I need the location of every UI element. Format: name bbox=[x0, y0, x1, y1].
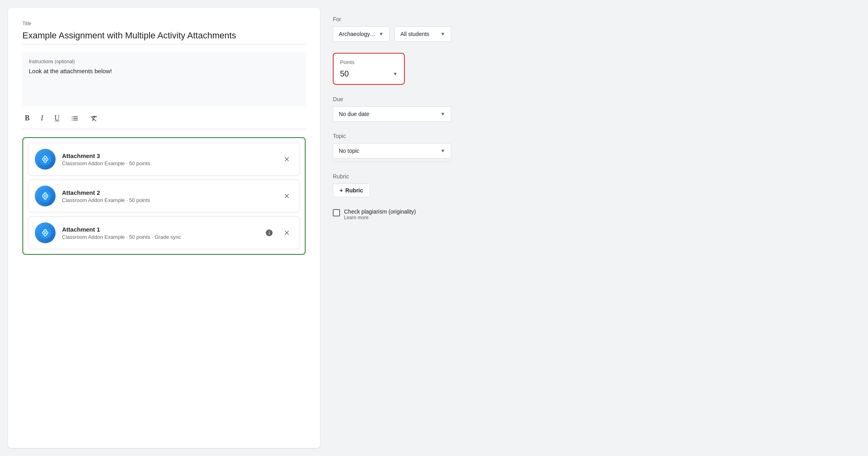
svg-point-8 bbox=[45, 159, 46, 160]
close-icon bbox=[283, 192, 290, 200]
addon-icon bbox=[39, 190, 51, 202]
topic-dropdown-arrow: ▼ bbox=[440, 148, 445, 154]
svg-rect-0 bbox=[72, 116, 73, 117]
list-button[interactable] bbox=[68, 113, 81, 124]
rubric-label: Rubric bbox=[333, 173, 451, 180]
attachment-actions-3 bbox=[280, 153, 293, 166]
attachment-name-2: Attachment 2 bbox=[62, 189, 274, 196]
attachment-item: Attachment 1 Classroom Addon Example · 5… bbox=[28, 216, 300, 249]
attachment-icon-1 bbox=[35, 222, 56, 243]
clear-format-icon bbox=[90, 114, 98, 122]
class-dropdown-value: Archaeology ... bbox=[339, 31, 376, 37]
students-dropdown-value: All students bbox=[400, 31, 429, 37]
title-input[interactable] bbox=[22, 29, 306, 44]
bold-icon: B bbox=[25, 114, 30, 122]
rubric-section: Rubric + Rubric bbox=[333, 173, 451, 197]
due-date-dropdown[interactable]: No due date ▼ bbox=[333, 106, 451, 122]
attachment-item: Attachment 2 Classroom Addon Example · 5… bbox=[28, 180, 300, 212]
bold-button[interactable]: B bbox=[22, 112, 32, 124]
close-icon bbox=[283, 229, 290, 236]
attachment-meta-1: Classroom Addon Example · 50 points · Gr… bbox=[62, 234, 256, 240]
info-icon bbox=[265, 229, 273, 237]
underline-button[interactable]: U bbox=[52, 112, 62, 124]
attachment-icon-3 bbox=[35, 149, 56, 170]
plagiarism-label: Check plagiarism (originality) bbox=[344, 208, 416, 215]
svg-point-11 bbox=[45, 196, 46, 197]
text-toolbar: B I U bbox=[22, 112, 306, 129]
svg-point-14 bbox=[45, 232, 46, 234]
for-row: Archaeology ... ▼ All students ▼ bbox=[333, 26, 451, 42]
attachment-actions-1 bbox=[263, 226, 293, 239]
due-label: Due bbox=[333, 96, 451, 102]
attachment-meta-3: Classroom Addon Example · 50 points bbox=[62, 160, 274, 166]
svg-rect-3 bbox=[73, 118, 78, 119]
plagiarism-text-group: Check plagiarism (originality) Learn mor… bbox=[344, 208, 416, 220]
addon-icon bbox=[39, 153, 51, 165]
italic-icon: I bbox=[41, 114, 43, 122]
topic-value: No topic bbox=[339, 148, 359, 154]
topic-section: Topic No topic ▼ bbox=[333, 133, 451, 162]
students-dropdown-arrow: ▼ bbox=[440, 31, 445, 37]
title-section: Title bbox=[22, 21, 306, 44]
svg-rect-2 bbox=[72, 118, 73, 119]
plagiarism-checkbox[interactable] bbox=[333, 209, 340, 216]
rubric-button-label: Rubric bbox=[345, 187, 363, 194]
for-label: For bbox=[333, 16, 451, 22]
attachment-name-3: Attachment 3 bbox=[62, 152, 274, 159]
points-box: Points 50 ▼ bbox=[333, 53, 405, 85]
attachment-meta-2: Classroom Addon Example · 50 points bbox=[62, 197, 274, 203]
class-dropdown-arrow: ▼ bbox=[379, 31, 384, 37]
due-date-arrow: ▼ bbox=[440, 111, 445, 117]
title-label: Title bbox=[22, 21, 306, 26]
class-dropdown[interactable]: Archaeology ... ▼ bbox=[333, 26, 390, 42]
italic-button[interactable]: I bbox=[38, 112, 46, 124]
attachment-item: Attachment 3 Classroom Addon Example · 5… bbox=[28, 143, 300, 176]
add-rubric-button[interactable]: + Rubric bbox=[333, 184, 370, 197]
svg-rect-4 bbox=[72, 120, 73, 120]
attachment-info-1: Attachment 1 Classroom Addon Example · 5… bbox=[62, 226, 256, 240]
points-value-row: 50 ▼ bbox=[340, 69, 398, 78]
instructions-text[interactable]: Look at the attachments below! bbox=[29, 68, 299, 100]
points-dropdown-arrow: ▼ bbox=[393, 71, 398, 77]
points-dropdown[interactable]: ▼ bbox=[386, 71, 398, 77]
assignment-form: Title Instructions (optional) Look at th… bbox=[8, 8, 320, 448]
points-section: Points 50 ▼ bbox=[333, 53, 451, 85]
remove-attachment-2-button[interactable] bbox=[280, 190, 293, 202]
topic-dropdown[interactable]: No topic ▼ bbox=[333, 143, 451, 158]
underline-icon: U bbox=[54, 114, 60, 122]
due-section: Due No due date ▼ bbox=[333, 96, 451, 122]
rubric-plus-icon: + bbox=[340, 187, 343, 194]
students-dropdown[interactable]: All students ▼ bbox=[394, 26, 451, 42]
divider bbox=[333, 162, 451, 162]
due-date-value: No due date bbox=[339, 111, 369, 117]
attachment-name-1: Attachment 1 bbox=[62, 226, 256, 233]
svg-rect-1 bbox=[73, 116, 78, 117]
instructions-label: Instructions (optional) bbox=[29, 59, 299, 64]
close-icon bbox=[283, 156, 290, 163]
clear-format-button[interactable] bbox=[88, 113, 100, 124]
points-label: Points bbox=[340, 59, 398, 65]
remove-attachment-1-button[interactable] bbox=[280, 226, 293, 239]
attachment-info-2: Attachment 2 Classroom Addon Example · 5… bbox=[62, 189, 274, 203]
for-section: For Archaeology ... ▼ All students ▼ bbox=[333, 16, 451, 42]
addon-icon bbox=[39, 227, 51, 239]
assignment-sidebar: For Archaeology ... ▼ All students ▼ Poi… bbox=[320, 8, 464, 448]
attachment-icon-2 bbox=[35, 186, 56, 206]
instructions-section: Instructions (optional) Look at the atta… bbox=[22, 52, 306, 106]
attachment-actions-2 bbox=[280, 190, 293, 202]
points-value: 50 bbox=[340, 69, 349, 78]
topic-label: Topic bbox=[333, 133, 451, 139]
svg-rect-5 bbox=[73, 120, 78, 120]
attachments-container: Attachment 3 Classroom Addon Example · 5… bbox=[22, 137, 306, 255]
list-icon bbox=[71, 114, 79, 122]
learn-more-link[interactable]: Learn more bbox=[344, 215, 416, 220]
remove-attachment-3-button[interactable] bbox=[280, 153, 293, 166]
info-attachment-1-button[interactable] bbox=[263, 226, 276, 239]
plagiarism-row: Check plagiarism (originality) Learn mor… bbox=[333, 208, 451, 220]
attachment-info-3: Attachment 3 Classroom Addon Example · 5… bbox=[62, 152, 274, 166]
